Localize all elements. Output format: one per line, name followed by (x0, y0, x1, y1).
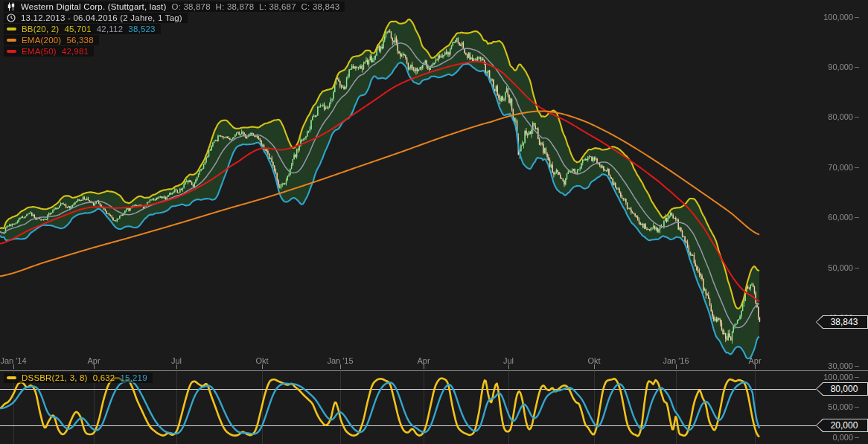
time-tick-mark (424, 364, 424, 369)
ema200-value: 56,338 (66, 36, 93, 45)
clock-icon (7, 13, 16, 22)
bb-upper-value: 45,701 (64, 25, 91, 33)
price-tick-label: 60,000 (828, 213, 853, 222)
oscillator-tick-mark (855, 377, 859, 378)
indicator-row-dssbr[interactable]: DSSBR(21, 3, 8) 0,632 15,219 (4, 373, 153, 383)
price-tick-label: 100,000 (823, 13, 853, 22)
oscillator-tick-label: 100,000 (823, 373, 853, 382)
price-tick-mark (855, 217, 859, 218)
candlestick-chart-icon (7, 2, 16, 11)
time-tick-mark (340, 364, 341, 369)
ema50-value: 42,981 (62, 47, 89, 56)
price-tick-label: 50,000 (828, 263, 853, 272)
oscillator-tick-mark (855, 437, 859, 438)
time-tick-mark (176, 364, 177, 369)
last-price-tag-value: 38,843 (817, 316, 867, 328)
bb-label: BB(20, 2) (22, 25, 59, 33)
price-tick-label: 30,000 (828, 361, 853, 370)
time-tick-mark (13, 364, 14, 369)
oscillator-level-tag: 80,000 (816, 382, 868, 396)
oscillator-level-tag: 20,000 (816, 419, 868, 432)
time-tick-mark (94, 364, 95, 369)
oscillator-tick-label: 0,000 (832, 433, 853, 442)
price-tick-mark (855, 366, 859, 367)
time-tick-mark (676, 364, 677, 369)
indicator-row-bb[interactable]: BB(20, 2) 45,701 42,112 38,523 (4, 24, 161, 34)
price-tick-label: 80,000 (828, 112, 853, 121)
bb-color-swatch (7, 28, 16, 30)
price-tick-label: 90,000 (828, 62, 853, 71)
oscillator-tick-mark (855, 407, 859, 408)
date-range-row[interactable]: 13.12.2013 - 06.04.2016 (2 Jahre, 1 Tag) (4, 13, 188, 23)
ohlc-summary: O: 38,878 H: 38,878 L: 38,687 C: 38,843 (171, 2, 339, 11)
price-tick-mark (855, 117, 859, 118)
time-tick-mark (594, 364, 595, 369)
trading-chart-window: Western Digital Corp. (Stuttgart, last) … (0, 0, 868, 444)
ema50-color-swatch (7, 50, 16, 53)
oscillator-legend: DSSBR(21, 3, 8) 0,632 15,219 (4, 373, 153, 383)
last-price-tag: 38,843 (816, 315, 868, 329)
price-tick-label: 70,000 (828, 163, 853, 172)
indicator-row-ema50[interactable]: EMA(50) 42,981 (4, 46, 94, 57)
indicator-row-ema200[interactable]: EMA(200) 56,338 (4, 35, 99, 45)
oscillator-tick-label: 50,000 (828, 402, 853, 411)
price-tick-mark (855, 167, 859, 168)
dssbr-color-swatch (7, 376, 16, 379)
ema200-label: EMA(200) (22, 36, 61, 45)
instrument-name: Western Digital Corp. (Stuttgart, last) (21, 2, 166, 11)
panel-separator (0, 370, 868, 371)
ema200-color-swatch (7, 39, 16, 42)
oscillator-level-tag-value: 80,000 (817, 383, 867, 395)
bb-middle-value: 42,112 (97, 25, 124, 33)
oscillator-level-tag-value: 20,000 (817, 419, 867, 431)
bb-lower-value: 38,523 (128, 25, 155, 33)
time-tick-mark (755, 364, 756, 369)
price-tick-mark (855, 67, 859, 68)
dssbr-signal-value: 15,219 (120, 373, 147, 382)
time-tick-mark (262, 364, 263, 369)
price-tick-mark (855, 268, 859, 268)
time-tick-mark (508, 364, 509, 369)
ema50-label: EMA(50) (22, 47, 57, 56)
dssbr-main-value: 0,632 (93, 373, 115, 382)
main-legend: Western Digital Corp. (Stuttgart, last) … (4, 1, 345, 57)
date-range-text: 13.12.2013 - 06.04.2016 (2 Jahre, 1 Tag) (21, 13, 182, 22)
dssbr-label: DSSBR(21, 3, 8) (22, 373, 88, 382)
instrument-title-row[interactable]: Western Digital Corp. (Stuttgart, last) … (4, 1, 345, 12)
price-tick-mark (855, 17, 859, 18)
